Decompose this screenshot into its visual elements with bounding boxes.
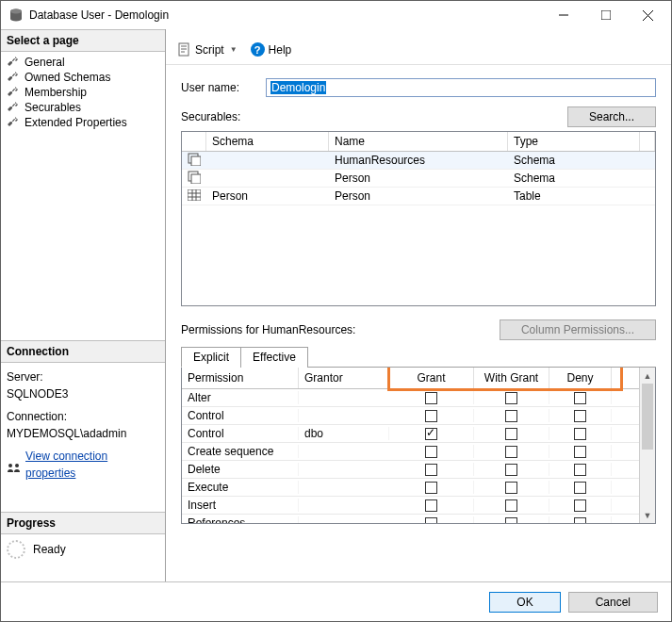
row-icon xyxy=(182,170,206,188)
table-row[interactable]: Alter xyxy=(182,389,639,407)
checkbox[interactable] xyxy=(574,410,586,422)
checkbox[interactable] xyxy=(505,517,517,523)
checkbox[interactable] xyxy=(505,446,517,458)
col-permission[interactable]: Permission xyxy=(182,368,299,388)
checkbox[interactable] xyxy=(574,392,586,404)
table-row[interactable]: HumanResourcesSchema xyxy=(182,152,655,170)
col-end xyxy=(640,132,655,151)
cell-deny xyxy=(549,445,612,458)
table-row[interactable]: Create sequence xyxy=(182,443,639,461)
cell-with-grant xyxy=(474,391,549,404)
page-label: General xyxy=(25,56,65,69)
col-icon xyxy=(182,132,206,151)
table-row[interactable]: PersonSchema xyxy=(182,170,655,188)
connection-label: Connection: xyxy=(7,408,159,425)
username-input[interactable]: Demologin xyxy=(266,78,656,97)
svg-point-3 xyxy=(10,9,22,14)
cell-schema xyxy=(206,159,329,161)
script-button[interactable]: Script ▼ xyxy=(173,41,241,58)
page-extended-properties[interactable]: Extended Properties xyxy=(5,115,161,130)
progress-spinner-icon xyxy=(7,540,25,559)
col-with-grant[interactable]: With Grant xyxy=(474,368,549,388)
col-schema[interactable]: Schema xyxy=(206,132,329,151)
page-securables[interactable]: Securables xyxy=(5,100,161,115)
cell-type: Schema xyxy=(508,171,655,186)
table-row[interactable]: Delete xyxy=(182,461,639,479)
checkbox[interactable] xyxy=(574,446,586,458)
checkbox[interactable] xyxy=(574,428,586,440)
search-button[interactable]: Search... xyxy=(567,106,656,127)
server-value: SQLNODE3 xyxy=(7,385,159,402)
cell-name: Person xyxy=(329,171,508,186)
checkbox[interactable] xyxy=(574,464,586,476)
checkbox[interactable] xyxy=(425,482,437,494)
scroll-down-icon[interactable]: ▼ xyxy=(640,507,655,523)
col-grant[interactable]: Grant xyxy=(389,368,474,388)
cell-deny xyxy=(549,391,612,404)
checkbox[interactable] xyxy=(425,428,437,440)
table-row[interactable]: Control xyxy=(182,407,639,425)
view-connection-properties-link[interactable]: View connection properties xyxy=(25,448,159,482)
table-row[interactable]: PersonPersonTable xyxy=(182,188,655,205)
tab-effective[interactable]: Effective xyxy=(240,347,308,368)
scroll-thumb[interactable] xyxy=(642,384,653,450)
maximize-button[interactable] xyxy=(584,2,627,28)
permissions-grid[interactable]: Permission Grantor Grant With Grant Deny… xyxy=(181,368,656,524)
page-membership[interactable]: Membership xyxy=(5,85,161,100)
cell-name: Person xyxy=(329,188,508,204)
col-grantor[interactable]: Grantor xyxy=(299,368,389,388)
cell-schema: Person xyxy=(206,188,329,204)
securables-grid[interactable]: Schema Name Type HumanResourcesSchemaPer… xyxy=(181,131,656,306)
help-button[interactable]: ? Help xyxy=(247,41,296,58)
checkbox[interactable] xyxy=(505,428,517,440)
col-deny[interactable]: Deny xyxy=(549,368,612,388)
cell-grant xyxy=(389,427,474,440)
sidebar: Select a page General Owned Schemas Memb… xyxy=(1,29,166,581)
svg-point-9 xyxy=(15,464,19,467)
cell-grant xyxy=(389,481,474,494)
checkbox[interactable] xyxy=(505,499,517,512)
table-row[interactable]: References xyxy=(182,515,639,523)
page-label: Membership xyxy=(25,86,87,99)
page-general[interactable]: General xyxy=(5,55,161,70)
minimize-button[interactable] xyxy=(542,2,584,28)
row-icon xyxy=(182,152,206,170)
permissions-title: Permissions for HumanResources: xyxy=(181,323,355,336)
svg-rect-17 xyxy=(191,174,201,184)
page-owned-schemas[interactable]: Owned Schemas xyxy=(5,70,161,85)
chevron-down-icon: ▼ xyxy=(230,45,238,54)
checkbox[interactable] xyxy=(425,410,437,422)
checkbox[interactable] xyxy=(505,464,517,476)
cell-deny xyxy=(549,516,612,523)
checkbox[interactable] xyxy=(425,499,437,512)
cell-permission: Delete xyxy=(182,463,299,476)
checkbox[interactable] xyxy=(574,499,586,512)
cell-grant xyxy=(389,499,474,512)
ok-button[interactable]: OK xyxy=(489,592,560,613)
checkbox[interactable] xyxy=(505,482,517,494)
script-icon xyxy=(177,42,191,57)
table-row[interactable]: Insert xyxy=(182,497,639,515)
checkbox[interactable] xyxy=(574,517,586,523)
checkbox[interactable] xyxy=(425,446,437,458)
col-name[interactable]: Name xyxy=(329,132,508,151)
wrench-icon xyxy=(7,101,20,114)
checkbox[interactable] xyxy=(425,392,437,404)
vertical-scrollbar[interactable]: ▲ ▼ xyxy=(639,368,655,523)
close-button[interactable] xyxy=(627,2,669,28)
table-row[interactable]: Execute xyxy=(182,479,639,497)
scroll-up-icon[interactable]: ▲ xyxy=(640,368,655,384)
checkbox[interactable] xyxy=(505,392,517,404)
tab-explicit[interactable]: Explicit xyxy=(181,347,241,368)
checkbox[interactable] xyxy=(505,410,517,422)
checkbox[interactable] xyxy=(425,464,437,476)
table-row[interactable]: Controldbo xyxy=(182,425,639,443)
page-label: Extended Properties xyxy=(25,116,127,129)
checkbox[interactable] xyxy=(574,482,586,494)
cancel-button[interactable]: Cancel xyxy=(568,592,658,613)
cell-permission: Create sequence xyxy=(182,445,299,458)
col-type[interactable]: Type xyxy=(508,132,640,151)
checkbox[interactable] xyxy=(425,517,437,523)
page-list: General Owned Schemas Membership Securab… xyxy=(1,52,165,340)
cell-grant xyxy=(389,445,474,458)
